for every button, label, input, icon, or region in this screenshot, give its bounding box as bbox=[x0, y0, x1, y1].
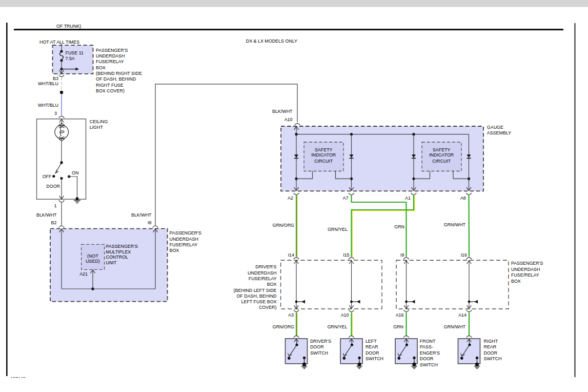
svg-text:A10: A10 bbox=[285, 116, 293, 123]
svg-text:UNDERDASH: UNDERDASH bbox=[511, 266, 540, 272]
svg-text:FRONT: FRONT bbox=[420, 338, 436, 344]
svg-text:ASSEMBLY: ASSEMBLY bbox=[487, 129, 512, 135]
svg-text:(BEHIND RIGHT SIDE: (BEHIND RIGHT SIDE bbox=[96, 70, 142, 76]
svg-text:I16: I16 bbox=[461, 252, 467, 258]
svg-text:I9: I9 bbox=[400, 252, 404, 258]
svg-text:BLK/WHT: BLK/WHT bbox=[36, 212, 57, 218]
svg-text:A21: A21 bbox=[79, 270, 88, 277]
svg-text:BOX: BOX bbox=[267, 281, 277, 287]
svg-text:3: 3 bbox=[54, 110, 57, 116]
svg-text:CIRCUIT: CIRCUIT bbox=[314, 158, 333, 164]
svg-text:LEFT FUSE BOX: LEFT FUSE BOX bbox=[241, 299, 277, 305]
svg-text:WHT/BLU: WHT/BLU bbox=[38, 102, 58, 108]
svg-text:A14: A14 bbox=[458, 312, 467, 318]
svg-text:(BEHIND LEFT SIDE: (BEHIND LEFT SIDE bbox=[234, 287, 277, 293]
svg-text:FUSE/RELAY: FUSE/RELAY bbox=[96, 58, 124, 65]
svg-text:A10: A10 bbox=[341, 312, 349, 318]
svg-text:LEFT: LEFT bbox=[366, 338, 377, 344]
svg-text:BOX COVER): BOX COVER) bbox=[96, 87, 125, 93]
svg-text:BLK/WHT: BLK/WHT bbox=[131, 212, 152, 218]
svg-text:SWITCH: SWITCH bbox=[366, 356, 383, 362]
svg-text:1: 1 bbox=[54, 203, 57, 209]
svg-text:SWITCH: SWITCH bbox=[310, 349, 328, 356]
svg-text:ON: ON bbox=[72, 169, 79, 175]
svg-text:SWITCH: SWITCH bbox=[484, 356, 502, 362]
svg-text:UNDERDASH: UNDERDASH bbox=[248, 269, 277, 276]
svg-text:COVER): COVER) bbox=[259, 304, 277, 310]
svg-text:USED): USED) bbox=[86, 258, 100, 264]
svg-text:FUSE/RELAY: FUSE/RELAY bbox=[511, 272, 539, 278]
svg-text:B2: B2 bbox=[51, 220, 57, 226]
svg-text:WHT/BLU: WHT/BLU bbox=[38, 81, 58, 87]
svg-text:GRN/ORG: GRN/ORG bbox=[272, 324, 294, 330]
svg-text:UNDERDASH: UNDERDASH bbox=[96, 53, 125, 59]
svg-text:BOX: BOX bbox=[96, 64, 106, 70]
svg-text:INDICATOR: INDICATOR bbox=[311, 152, 336, 158]
svg-text:DRIVER'S: DRIVER'S bbox=[310, 338, 331, 344]
svg-text:DRIVER'S: DRIVER'S bbox=[255, 264, 276, 270]
svg-text:I15: I15 bbox=[343, 252, 349, 258]
svg-text:HOT AT ALL TIMES: HOT AT ALL TIMES bbox=[39, 39, 79, 45]
svg-text:FUSE/RELAY: FUSE/RELAY bbox=[170, 241, 198, 247]
svg-text:GRN: GRN bbox=[394, 223, 404, 229]
svg-text:DX & LX MODELS ONLY: DX & LX MODELS ONLY bbox=[246, 37, 298, 44]
svg-text:A3: A3 bbox=[288, 312, 294, 318]
svg-text:GRN/ORG: GRN/ORG bbox=[272, 222, 294, 228]
svg-text:GRN/WHT: GRN/WHT bbox=[443, 222, 465, 228]
svg-text:OFF: OFF bbox=[43, 173, 52, 180]
svg-text:7.5A: 7.5A bbox=[66, 55, 75, 61]
svg-text:BOX: BOX bbox=[170, 247, 179, 253]
svg-text:I8: I8 bbox=[148, 220, 151, 226]
svg-text:A2: A2 bbox=[288, 195, 293, 201]
svg-text:CIRCUIT: CIRCUIT bbox=[432, 158, 451, 164]
svg-text:REAR: REAR bbox=[366, 344, 378, 350]
svg-text:DOOR: DOOR bbox=[46, 183, 60, 189]
svg-text:OF DASH, BEHIND: OF DASH, BEHIND bbox=[96, 76, 136, 82]
svg-text:REAR: REAR bbox=[484, 344, 497, 350]
svg-text:DOOR: DOOR bbox=[366, 349, 379, 356]
svg-text:BLK/WHT: BLK/WHT bbox=[272, 108, 293, 114]
svg-text:BOX: BOX bbox=[511, 278, 521, 284]
svg-text:A16: A16 bbox=[396, 312, 404, 318]
svg-text:RIGHT FUSE: RIGHT FUSE bbox=[96, 82, 124, 88]
svg-text:GRN/WHT: GRN/WHT bbox=[443, 324, 465, 330]
svg-text:A8: A8 bbox=[460, 195, 466, 201]
svg-text:GRN: GRN bbox=[393, 324, 403, 330]
svg-text:SWITCH: SWITCH bbox=[420, 361, 438, 367]
svg-text:PASS-: PASS- bbox=[420, 344, 433, 350]
svg-text:UNIT: UNIT bbox=[106, 259, 117, 265]
svg-text:CEILING: CEILING bbox=[90, 119, 108, 125]
svg-text:OF TRUNK): OF TRUNK) bbox=[56, 23, 81, 29]
svg-text:DOOR: DOOR bbox=[420, 356, 434, 362]
svg-text:ENGER'S: ENGER'S bbox=[420, 349, 440, 356]
svg-text:DOOR: DOOR bbox=[310, 344, 324, 350]
svg-text:LIGHT: LIGHT bbox=[90, 124, 103, 130]
svg-text:GRN/YEL: GRN/YEL bbox=[327, 324, 347, 330]
svg-text:DOOR: DOOR bbox=[484, 349, 498, 356]
svg-text:INDICATOR: INDICATOR bbox=[429, 152, 454, 158]
svg-text:UNDERDASH: UNDERDASH bbox=[170, 236, 199, 242]
svg-text:I14: I14 bbox=[288, 252, 294, 258]
svg-text:OF DASH, BEHIND: OF DASH, BEHIND bbox=[236, 292, 276, 299]
svg-text:GRN/YEL: GRN/YEL bbox=[328, 226, 348, 232]
svg-text:PASSENGER'S: PASSENGER'S bbox=[511, 260, 543, 266]
svg-text:PASSENGER'S: PASSENGER'S bbox=[96, 47, 128, 53]
svg-text:RIGHT: RIGHT bbox=[484, 338, 498, 344]
svg-text:A1: A1 bbox=[405, 195, 411, 201]
svg-text:PASSENGER'S: PASSENGER'S bbox=[170, 230, 201, 236]
svg-text:FUSE/RELAY: FUSE/RELAY bbox=[249, 275, 277, 281]
svg-text:A7: A7 bbox=[343, 195, 349, 201]
